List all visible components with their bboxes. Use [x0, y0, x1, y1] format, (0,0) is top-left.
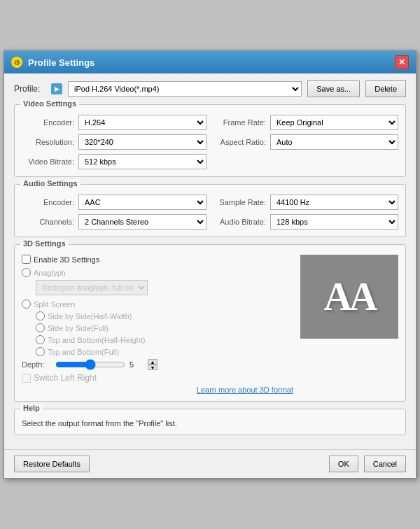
switch-left-right-label: Switch Left Right — [34, 373, 97, 383]
3d-preview-aa: AA — [324, 274, 375, 319]
channels-label: Channels: — [22, 218, 74, 226]
resolution-select[interactable]: 320*240 — [78, 134, 206, 150]
top-bottom-full-row: Top and Bottom(Full) — [36, 347, 293, 356]
aspect-ratio-label: Aspect Ratio: — [214, 138, 266, 146]
encoder-select[interactable]: H.264 — [78, 115, 206, 130]
title-bar-left: ⚙ Profile Settings — [11, 57, 94, 68]
channels-row: Channels: 2 Channels Stereo — [22, 214, 206, 230]
audio-settings-section: Audio Settings Encoder: AAC Sample Rate:… — [14, 184, 406, 237]
save-as-button[interactable]: Save as... — [307, 80, 360, 97]
close-button[interactable]: ✕ — [395, 55, 409, 69]
encoder-label: Encoder: — [22, 118, 74, 127]
delete-button[interactable]: Delete — [365, 80, 406, 97]
encoder-row: Encoder: H.264 — [22, 115, 206, 130]
split-screen-options: Side by Side(Half-Width) Side by Side(Fu… — [36, 311, 293, 356]
restore-defaults-button[interactable]: Restore Defaults — [14, 456, 90, 472]
video-settings-grid: Encoder: H.264 Frame Rate: Keep Original… — [22, 115, 398, 169]
profile-row: Profile: ▶ iPod H.264 Video(*.mp4) Save … — [14, 80, 406, 97]
sample-rate-select[interactable]: 44100 Hz — [270, 195, 398, 210]
dialog-body: Profile: ▶ iPod H.264 Video(*.mp4) Save … — [4, 73, 416, 449]
aspect-ratio-select[interactable]: Auto — [270, 134, 398, 150]
aspect-ratio-row: Aspect Ratio: Auto — [214, 134, 398, 150]
side-by-side-half-radio[interactable] — [36, 311, 45, 320]
channels-select[interactable]: 2 Channels Stereo — [78, 214, 206, 230]
3d-settings-left: Enable 3D Settings Anaglyph Red/cyan ana… — [22, 255, 293, 394]
3d-settings-content: Enable 3D Settings Anaglyph Red/cyan ana… — [22, 255, 398, 394]
audio-bitrate-row: Audio Bitrate: 128 kbps — [214, 214, 398, 230]
audio-settings-grid: Encoder: AAC Sample Rate: 44100 Hz Chann… — [22, 195, 398, 230]
sample-rate-label: Sample Rate: — [214, 198, 266, 206]
anaglyph-row: Anaglyph — [22, 268, 293, 277]
audio-encoder-select[interactable]: AAC — [78, 195, 206, 210]
audio-bitrate-select[interactable]: 128 kbps — [270, 214, 398, 230]
top-bottom-half-label: Top and Bottom(Half-Height) — [48, 336, 145, 344]
title-bar: ⚙ Profile Settings ✕ — [4, 51, 416, 73]
audio-encoder-row: Encoder: AAC — [22, 195, 206, 210]
side-by-side-half-label: Side by Side(Half-Width) — [48, 312, 132, 320]
sample-rate-row: Sample Rate: 44100 Hz — [214, 195, 398, 210]
3d-preview: AA — [300, 255, 398, 339]
3d-settings-title: 3D Settings — [20, 239, 69, 248]
profile-select[interactable]: iPod H.264 Video(*.mp4) — [68, 81, 302, 97]
app-icon: ⚙ — [11, 57, 22, 68]
footer-right-buttons: OK Cancel — [329, 456, 406, 472]
frame-rate-label: Frame Rate: — [214, 118, 266, 127]
help-section: Help Select the output format from the "… — [14, 409, 406, 435]
resolution-row: Resolution: 320*240 — [22, 134, 206, 150]
switch-left-right-checkbox[interactable] — [22, 374, 31, 383]
learn-more-link[interactable]: Learn more about 3D format — [22, 386, 293, 394]
anaglyph-select[interactable]: Red/cyan anaglyph, full color — [36, 280, 148, 295]
split-screen-radio[interactable] — [22, 299, 31, 309]
side-by-side-full-label: Side by Side(Full) — [48, 324, 108, 332]
split-screen-row: Split Screen — [22, 299, 293, 309]
switch-row: Switch Left Right — [22, 373, 293, 383]
profile-label: Profile: — [14, 84, 46, 94]
enable-3d-row: Enable 3D Settings — [22, 255, 293, 264]
side-by-side-half-row: Side by Side(Half-Width) — [36, 311, 293, 320]
anaglyph-label: Anaglyph — [34, 269, 66, 277]
enable-3d-checkbox[interactable] — [22, 255, 31, 264]
3d-settings-section: 3D Settings Enable 3D Settings Anaglyph — [14, 244, 406, 402]
depth-slider[interactable] — [55, 359, 125, 370]
help-text: Select the output format from the "Profi… — [22, 419, 398, 428]
profile-settings-dialog: ⚙ Profile Settings ✕ Profile: ▶ iPod H.2… — [4, 50, 416, 479]
depth-spinner: ▲ ▼ — [148, 359, 158, 370]
video-bitrate-select[interactable]: 512 kbps — [78, 154, 206, 169]
frame-rate-select[interactable]: Keep Original — [270, 115, 398, 130]
top-bottom-half-row: Top and Bottom(Half-Height) — [36, 335, 293, 344]
resolution-label: Resolution: — [22, 138, 74, 146]
dialog-footer: Restore Defaults OK Cancel — [4, 449, 416, 478]
depth-value: 5 — [130, 360, 144, 369]
video-settings-title: Video Settings — [20, 99, 79, 108]
audio-bitrate-label: Audio Bitrate: — [214, 218, 266, 226]
video-settings-section: Video Settings Encoder: H.264 Frame Rate… — [14, 104, 406, 177]
frame-rate-row: Frame Rate: Keep Original — [214, 115, 398, 130]
top-bottom-half-radio[interactable] — [36, 335, 45, 344]
depth-down-button[interactable]: ▼ — [148, 365, 158, 370]
dialog-title: Profile Settings — [28, 57, 94, 68]
enable-3d-label: Enable 3D Settings — [34, 255, 99, 264]
cancel-button[interactable]: Cancel — [364, 456, 406, 472]
ok-button[interactable]: OK — [329, 456, 358, 472]
anaglyph-radio[interactable] — [22, 268, 31, 277]
depth-label: Depth: — [22, 360, 51, 369]
depth-row: Depth: 5 ▲ ▼ — [22, 359, 293, 370]
video-bitrate-label: Video Bitrate: — [22, 157, 74, 166]
side-by-side-full-row: Side by Side(Full) — [36, 323, 293, 332]
top-bottom-full-radio[interactable] — [36, 347, 45, 356]
top-bottom-full-label: Top and Bottom(Full) — [48, 348, 119, 356]
audio-encoder-label: Encoder: — [22, 198, 74, 206]
split-screen-label: Split Screen — [34, 300, 75, 309]
side-by-side-full-radio[interactable] — [36, 323, 45, 332]
depth-up-button[interactable]: ▲ — [148, 359, 158, 365]
audio-settings-title: Audio Settings — [20, 179, 80, 188]
video-bitrate-row: Video Bitrate: 512 kbps — [22, 154, 206, 169]
profile-nav-icon[interactable]: ▶ — [51, 83, 62, 94]
help-title: Help — [20, 404, 43, 412]
